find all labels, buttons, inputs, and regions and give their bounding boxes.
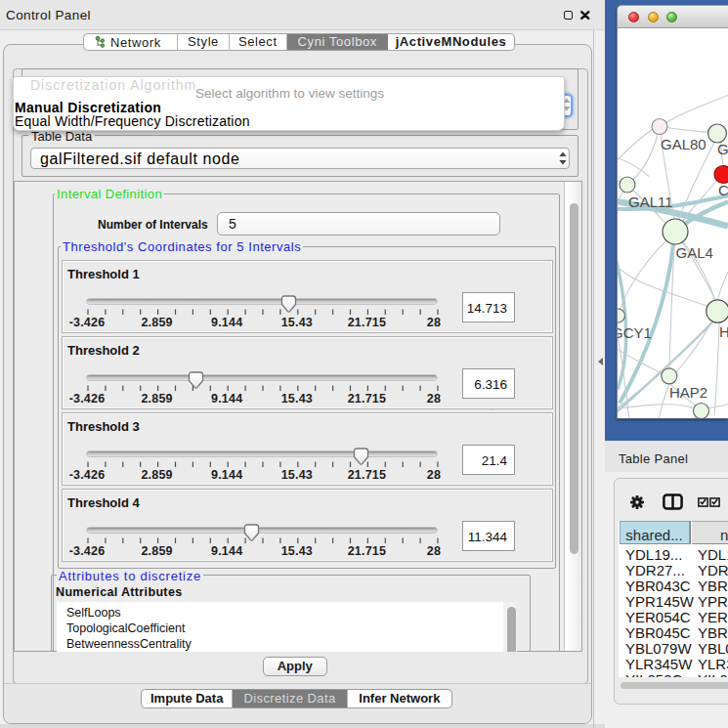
svg-text:H: H bbox=[719, 322, 728, 339]
svg-text:GAL4: GAL4 bbox=[676, 243, 713, 260]
svg-text:GA: GA bbox=[717, 140, 728, 156]
svg-text:GCY1: GCY1 bbox=[618, 323, 652, 340]
svg-text:C: C bbox=[718, 181, 728, 197]
svg-text:GAL11: GAL11 bbox=[628, 193, 673, 209]
svg-text:HAP2: HAP2 bbox=[669, 384, 707, 401]
svg-text:GAL80: GAL80 bbox=[661, 135, 707, 151]
